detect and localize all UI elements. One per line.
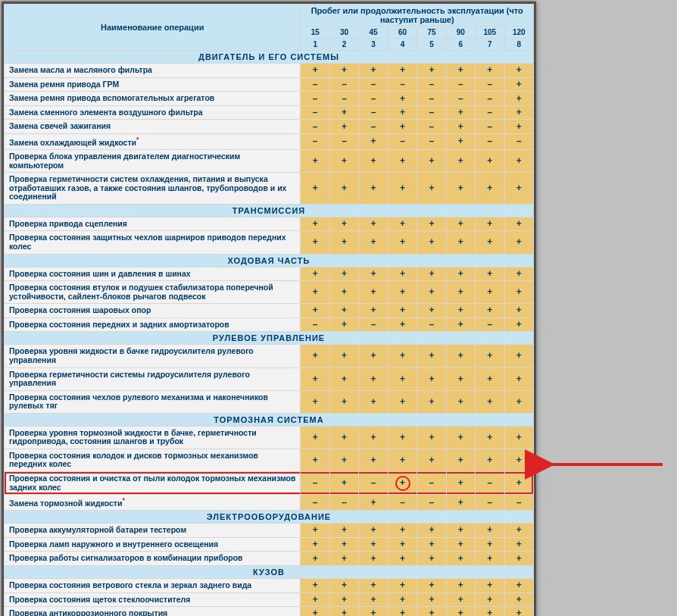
interval-cell: + [301, 173, 329, 205]
interval-cell: + [504, 593, 533, 607]
interval-cell: + [329, 105, 358, 120]
interval-cell: + [446, 537, 475, 552]
section-header: ХОДОВАЯ ЧАСТЬ [5, 254, 534, 267]
interval-cell: + [301, 64, 329, 78]
operation-name: Замена масла и масляного фильтра [5, 64, 301, 78]
interval-cell: + [417, 304, 446, 318]
interval-cell: – [476, 472, 504, 495]
interval-cell: + [446, 426, 475, 449]
interval-cell: + [476, 231, 504, 254]
interval-cell: – [301, 120, 329, 134]
header-year: 2 [329, 39, 358, 51]
interval-cell: – [301, 317, 329, 332]
interval-cell: + [359, 426, 388, 449]
interval-cell: + [504, 105, 533, 120]
interval-cell: + [446, 495, 475, 511]
interval-cell: + [446, 367, 475, 390]
interval-cell: + [504, 231, 533, 254]
interval-cell: + [476, 537, 504, 552]
header-year: 5 [417, 39, 446, 51]
interval-cell: + [476, 345, 504, 367]
interval-cell: + [388, 390, 416, 413]
interval-cell: + [301, 537, 329, 552]
interval-cell: – [476, 105, 504, 120]
interval-cell: + [417, 173, 446, 205]
interval-cell: + [446, 524, 475, 538]
operation-name: Проверка состояния щеток стеклоочистител… [5, 593, 301, 607]
interval-cell: + [329, 552, 358, 566]
interval-cell: + [359, 304, 388, 318]
interval-cell: – [476, 92, 504, 106]
interval-cell: + [359, 173, 388, 205]
interval-cell: – [417, 92, 446, 106]
interval-cell: + [388, 345, 416, 367]
header-km: 90 [446, 27, 475, 39]
interval-cell: + [504, 304, 533, 318]
interval-cell: + [329, 390, 358, 413]
interval-cell: + [329, 367, 358, 390]
interval-cell: + [329, 607, 358, 616]
interval-cell: + [504, 524, 533, 538]
interval-cell: + [446, 449, 475, 471]
interval-cell: + [359, 267, 388, 281]
section-header: ДВИГАТЕЛЬ И ЕГО СИСТЕМЫ [5, 51, 534, 64]
interval-cell: + [359, 134, 388, 150]
interval-cell: + [417, 267, 446, 281]
maintenance-table: Наименование операцииПробег или продолжи… [2, 2, 536, 616]
interval-cell: + [301, 367, 329, 390]
interval-cell: + [504, 150, 533, 173]
interval-cell: + [329, 593, 358, 607]
interval-cell: – [359, 317, 388, 332]
interval-cell: + [446, 134, 475, 150]
operation-name: Проверка уровня жидкости в бачке гидроус… [5, 345, 301, 367]
operation-name: Проверка состояния защитных чехлов шарни… [5, 231, 301, 254]
interval-cell: + [359, 578, 388, 593]
interval-cell: + [301, 426, 329, 449]
interval-cell: + [446, 304, 475, 318]
interval-cell: – [476, 495, 504, 511]
interval-cell: + [301, 267, 329, 281]
operation-name: Замена свечей зажигания [5, 120, 301, 134]
interval-cell: + [446, 552, 475, 566]
interval-cell: – [301, 77, 329, 92]
interval-cell: + [417, 426, 446, 449]
operation-name: Замена сменного элемента воздушного филь… [5, 105, 301, 120]
interval-cell: + [329, 578, 358, 593]
interval-cell: + [417, 449, 446, 471]
header-km: 105 [476, 27, 504, 39]
operation-name: Проверка блока управления двигателем диа… [5, 150, 301, 173]
interval-cell: – [417, 495, 446, 511]
header-year: 7 [476, 39, 504, 51]
interval-cell: + [301, 593, 329, 607]
section-header: КУЗОВ [5, 565, 534, 578]
interval-cell: + [504, 77, 533, 92]
interval-cell: – [476, 134, 504, 150]
interval-cell: + [359, 231, 388, 254]
operation-name: Замена ремня привода вспомогательных агр… [5, 92, 301, 106]
interval-cell: – [388, 495, 416, 511]
interval-cell: + [359, 281, 388, 304]
interval-cell: – [388, 134, 416, 150]
interval-cell: – [476, 77, 504, 92]
interval-cell: – [301, 472, 329, 495]
interval-cell: + [388, 607, 416, 616]
interval-cell: – [388, 77, 416, 92]
interval-cell: + [329, 281, 358, 304]
interval-cell: + [388, 150, 416, 173]
interval-cell: + [446, 345, 475, 367]
interval-cell: + [388, 92, 416, 106]
interval-cell: + [388, 120, 416, 134]
interval-cell: + [476, 593, 504, 607]
interval-cell: + [476, 150, 504, 173]
interval-cell: + [504, 120, 533, 134]
operation-name: Проверка работы сигнализаторов в комбина… [5, 552, 301, 566]
interval-cell: + [446, 607, 475, 616]
interval-cell: + [446, 150, 475, 173]
interval-cell: + [446, 578, 475, 593]
header-km: 75 [417, 27, 446, 39]
interval-cell: + [476, 304, 504, 318]
interval-cell: + [476, 449, 504, 471]
interval-cell: + [417, 607, 446, 616]
interval-cell: – [359, 472, 388, 495]
header-km: 120 [504, 27, 533, 39]
